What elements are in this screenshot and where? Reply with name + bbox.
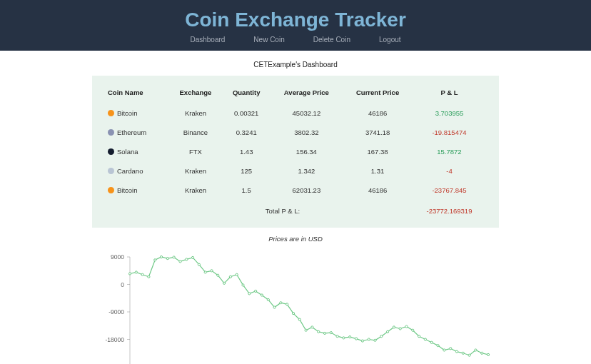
pnl-chart-svg: -27000-18000-9000090002021/11/092021/11/… [96,253,495,364]
table-row: EthereumBinance0.32413802.323741.18-19.8… [105,123,486,142]
svg-point-73 [424,338,426,340]
exchange-cell: Kraken [168,161,223,181]
svg-point-47 [261,294,263,296]
coin-name: Bitcoin [117,186,138,194]
svg-point-53 [298,318,300,320]
svg-point-26 [128,273,131,275]
quantity-cell: 1.43 [223,142,271,161]
svg-point-36 [192,256,194,258]
col-quantity: Quantity [223,84,271,103]
col-avg-price: Average Price [271,84,343,103]
svg-text:9000: 9000 [111,253,124,261]
svg-point-80 [468,354,470,356]
svg-point-54 [305,329,307,331]
svg-point-29 [148,275,150,278]
svg-point-72 [418,335,420,338]
coin-cell: Solana [108,148,166,156]
svg-point-66 [380,335,383,338]
svg-point-75 [437,345,439,347]
nav-dashboard[interactable]: Dashboard [190,36,225,44]
svg-point-56 [318,330,320,333]
nav-delete-coin[interactable]: Delete Coin [313,36,350,44]
svg-point-69 [399,328,401,330]
svg-point-58 [330,332,332,334]
svg-point-52 [292,313,294,315]
svg-text:-9000: -9000 [108,308,124,315]
svg-point-49 [273,306,276,308]
svg-point-27 [135,271,137,273]
svg-point-31 [160,256,162,258]
col-pnl: P & L [413,84,486,103]
svg-point-57 [323,332,325,334]
svg-point-40 [217,274,219,276]
svg-point-35 [186,258,188,261]
svg-point-82 [481,352,483,354]
coin-cell: Bitcoin [108,186,166,194]
coin-icon [108,168,114,174]
cur-price-cell: 1.31 [343,161,413,181]
svg-point-59 [336,335,338,338]
svg-point-62 [355,338,358,340]
pnl-cell: 3.703955 [413,103,486,123]
quantity-cell: 1.5 [223,181,271,200]
svg-point-43 [236,273,238,275]
app-header: Coin Exchange Tracker Dashboard New Coin… [0,0,591,51]
cur-price-cell: 46186 [343,103,413,123]
col-exchange: Exchange [168,84,223,103]
coin-icon [108,110,114,116]
svg-point-55 [311,326,313,328]
table-row: SolanaFTX1.43156.34167.3815.7872 [105,142,486,161]
nav-logout[interactable]: Logout [379,36,401,44]
svg-point-77 [450,348,452,350]
holdings-table: Coin Name Exchange Quantity Average Pric… [105,84,486,221]
avg-price-cell: 156.34 [271,142,343,161]
svg-point-28 [141,273,143,275]
price-note: Prices are in USD [74,235,517,243]
table-row: CardanoKraken1251.3421.31-4 [105,161,486,181]
coin-icon [108,129,114,136]
svg-point-50 [280,302,282,304]
avg-price-cell: 62031.23 [271,181,343,200]
pnl-cell: 15.7872 [413,142,486,161]
avg-price-cell: 1.342 [271,161,343,181]
col-coin: Coin Name [105,84,168,103]
exchange-cell: Kraken [168,103,223,123]
exchange-cell: Kraken [168,181,223,200]
svg-point-46 [255,290,257,292]
table-header-row: Coin Name Exchange Quantity Average Pric… [105,84,486,103]
avg-price-cell: 45032.12 [271,103,343,123]
svg-text:-18000: -18000 [106,336,125,343]
svg-point-60 [343,337,345,339]
pnl-cell: -4 [413,161,486,181]
pnl-cell: -23767.845 [413,181,486,200]
svg-point-48 [267,298,269,300]
dashboard-title: CETExample's Dashboard [74,61,517,69]
svg-point-67 [387,330,389,333]
svg-point-70 [405,325,408,328]
app-title: Coin Exchange Tracker [0,9,591,31]
total-row: Total P & L: -23772.169319 [105,200,486,221]
coin-cell: Cardano [108,167,166,175]
quantity-cell: 125 [223,161,271,181]
main-nav: Dashboard New Coin Delete Coin Logout [0,36,591,44]
cur-price-cell: 3741.18 [343,123,413,142]
nav-new-coin[interactable]: New Coin [253,36,284,44]
svg-point-83 [487,353,489,355]
total-label: Total P & L: [223,200,343,221]
table-row: BitcoinKraken1.562031.2346186-23767.845 [105,181,486,200]
svg-point-42 [229,275,231,278]
main-content: CETExample's Dashboard Coin Name Exchang… [74,61,517,364]
svg-point-68 [393,326,395,328]
total-value: -23772.169319 [413,200,486,221]
svg-point-76 [443,349,445,351]
avg-price-cell: 3802.32 [271,123,343,142]
svg-point-81 [475,349,477,351]
table-row: BitcoinKraken0.0032145032.12461863.70395… [105,103,486,123]
svg-point-51 [286,303,288,305]
coin-icon [108,187,114,193]
pnl-cell: -19.815474 [413,123,486,142]
svg-point-65 [374,339,376,341]
svg-point-71 [412,329,414,331]
svg-point-64 [368,338,370,340]
pnl-chart: -27000-18000-9000090002021/11/092021/11/… [96,253,495,364]
